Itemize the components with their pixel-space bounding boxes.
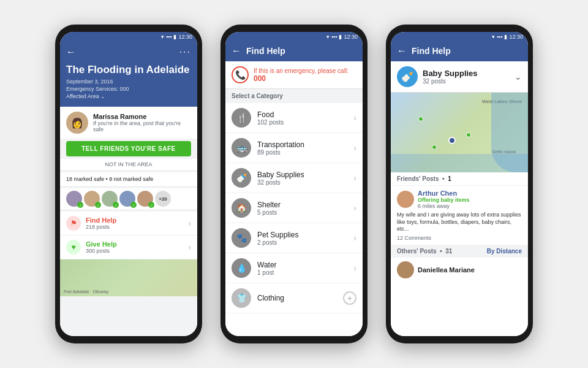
- phone-3-screen: ▾ ▪▪▪ ▮ 12:30 ← Find Help 🍼 Baby Supplie…: [391, 32, 528, 336]
- battery-icon-2: ▮: [339, 34, 342, 40]
- others-posts-header: Others' Posts • 31 By Distance: [391, 245, 528, 258]
- back-icon[interactable]: ←: [66, 47, 76, 58]
- pet-supplies-name: Pet Supplies: [257, 231, 298, 239]
- category-expand-icon[interactable]: ⌄: [514, 72, 522, 82]
- check-icon-4: ✓: [130, 202, 137, 208]
- category-baby-supplies[interactable]: 🍼 Baby Supplies 32 posts ›: [225, 163, 363, 193]
- safe-avatar-1: ✓: [66, 191, 82, 207]
- category-header-name: Baby Supplies: [423, 69, 478, 78]
- friend-name: Arthur Chen: [418, 190, 470, 197]
- category-clothing[interactable]: 👕 Clothing +: [225, 283, 363, 313]
- food-posts: 102 posts: [257, 119, 284, 126]
- transportation-chevron-icon: ›: [353, 143, 356, 153]
- phone1-header: ← ··· The Flooding in Adelaide September…: [60, 42, 197, 107]
- event-title: The Flooding in Adelaide: [66, 64, 191, 76]
- give-help-icon: ♥: [66, 240, 81, 255]
- status-bar-2: ▾ ▪▪▪ ▮ 12:30: [225, 32, 363, 42]
- phone2-header: ← Find Help: [225, 42, 363, 61]
- baby-supplies-icon: 🍼: [232, 168, 251, 188]
- user-avatar: 👩: [66, 112, 88, 134]
- tell-friends-safe-button[interactable]: TELL FRIENDS YOU'RE SAFE: [66, 141, 191, 156]
- user-name: Marissa Ramone: [93, 113, 191, 120]
- back-icon-2[interactable]: ←: [232, 45, 241, 56]
- category-shelter[interactable]: 🏠 Shelter 5 posts ›: [225, 193, 363, 223]
- map-dot-2: [466, 132, 471, 137]
- clothing-name: Clothing: [257, 294, 284, 302]
- phone-3: ▾ ▪▪▪ ▮ 12:30 ← Find Help 🍼 Baby Supplie…: [386, 25, 533, 343]
- category-water[interactable]: 💧 Water 1 post ›: [225, 253, 363, 283]
- water-posts: 1 post: [257, 269, 277, 276]
- food-icon: 🍴: [232, 108, 251, 128]
- time-3: 12:30: [509, 34, 523, 40]
- safe-avatar-3: ✓: [102, 191, 118, 207]
- find-help-posts: 218 posts: [86, 224, 116, 230]
- map-preview[interactable]: Port Adelaide Ottoway: [60, 259, 197, 296]
- wifi-icon: ▾: [161, 34, 164, 40]
- more-options-icon[interactable]: ···: [179, 47, 191, 58]
- find-help-icon: ⚑: [66, 216, 81, 231]
- time-2: 12:30: [344, 34, 358, 40]
- transportation-name: Transportation: [257, 140, 304, 149]
- pet-supplies-chevron-icon: ›: [353, 233, 356, 243]
- not-in-area-button[interactable]: NOT IN THE AREA: [60, 159, 197, 170]
- map-pin: [448, 137, 456, 144]
- signal-icon: ▪▪▪: [166, 34, 172, 40]
- check-icon-3: ✓: [113, 202, 119, 208]
- check-icon-1: ✓: [77, 202, 83, 208]
- wifi-icon-3: ▾: [492, 34, 495, 40]
- map-area[interactable]: West Lakes Shore Delfin Island: [391, 93, 528, 172]
- shelter-icon: 🏠: [232, 198, 251, 218]
- phone-emergency-icon: 📞: [232, 66, 249, 83]
- category-transportation[interactable]: 🚌 Transportation 89 posts ›: [225, 133, 363, 163]
- phone-2: ▾ ▪▪▪ ▮ 12:30 ← Find Help 📞 If this is a…: [221, 25, 368, 343]
- area-label: Affected Area: [66, 93, 99, 99]
- battery-icon: ▮: [173, 34, 176, 40]
- pet-supplies-posts: 2 posts: [257, 239, 298, 246]
- user-info: Marissa Ramone If you're in the area, po…: [93, 113, 191, 132]
- phone-1: ▾ ▪▪▪ ▮ 12:30 ← ··· The Flooding in Adel…: [55, 25, 202, 343]
- baby-supplies-header[interactable]: 🍼 Baby Supplies 32 posts ⌄: [391, 61, 528, 93]
- event-date: September 3, 2016: [66, 79, 191, 85]
- others-sort[interactable]: By Distance: [487, 248, 522, 255]
- baby-supplies-posts: 32 posts: [257, 179, 304, 186]
- phone-2-screen: ▾ ▪▪▪ ▮ 12:30 ← Find Help 📞 If this is a…: [225, 32, 363, 336]
- friend-distance: 6 miles away: [418, 203, 470, 209]
- phone3-header: ← Find Help: [391, 42, 528, 61]
- map-dot-1: [418, 117, 423, 121]
- safe-count: 18 marked safe • 8 not marked safe: [60, 172, 197, 186]
- find-help-row[interactable]: ⚑ Find Help 218 posts ›: [60, 212, 197, 236]
- clothing-add-icon[interactable]: +: [343, 291, 356, 305]
- give-help-label: Give Help: [86, 240, 117, 248]
- affected-area[interactable]: Affected Area ⌄: [66, 93, 191, 99]
- water-name: Water: [257, 261, 277, 269]
- transportation-posts: 89 posts: [257, 149, 304, 156]
- back-icon-3[interactable]: ←: [397, 45, 407, 56]
- friend-avatar: [397, 191, 414, 208]
- area-chevron-icon: ⌄: [100, 93, 105, 99]
- header-title-2: Find Help: [246, 46, 285, 56]
- safe-avatar-4: ✓: [119, 191, 135, 207]
- user-card: 👩 Marissa Ramone If you're in the area, …: [60, 107, 197, 139]
- safe-avatar-5: ✓: [137, 191, 153, 207]
- water-icon: 💧: [232, 258, 251, 278]
- wifi-icon-2: ▾: [326, 34, 330, 40]
- other-post-card[interactable]: Daniellea Mariane: [391, 258, 528, 282]
- safe-avatars-list: ✓ ✓ ✓ ✓ ✓ +20: [60, 188, 197, 209]
- user-tagline: If you're in the area, post that you're …: [93, 120, 191, 132]
- signal-icon-3: ▪▪▪: [497, 34, 503, 40]
- header-title-3: Find Help: [412, 46, 451, 56]
- friend-post-card[interactable]: Arthur Chen Offering baby items 6 miles …: [391, 185, 528, 245]
- other-avatar: [397, 261, 414, 278]
- friend-offering: Offering baby items: [418, 197, 470, 203]
- baby-supplies-chevron-icon: ›: [353, 173, 356, 183]
- emergency-line1: If this is an emergency, please call:: [254, 67, 349, 74]
- check-icon-2: ✓: [95, 202, 101, 208]
- category-pet-supplies[interactable]: 🐾 Pet Supplies 2 posts ›: [225, 223, 363, 253]
- baby-supplies-name: Baby Supplies: [257, 171, 304, 179]
- give-help-posts: 300 posts: [86, 248, 117, 254]
- give-help-row[interactable]: ♥ Give Help 300 posts ›: [60, 236, 197, 259]
- pet-supplies-icon: 🐾: [232, 228, 251, 248]
- category-food[interactable]: 🍴 Food 102 posts ›: [225, 103, 363, 133]
- water-chevron-icon: ›: [353, 263, 356, 273]
- emergency-services: Emergency Services: 000: [66, 86, 191, 92]
